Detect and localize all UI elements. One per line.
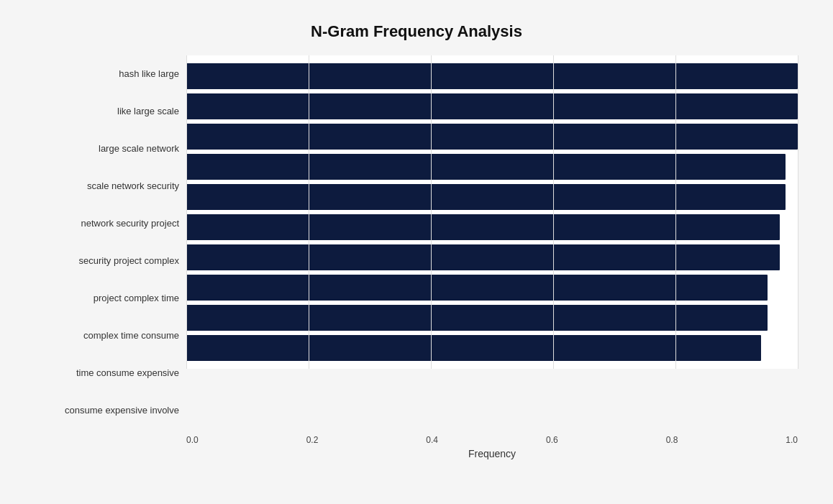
bar-row-4	[186, 182, 798, 212]
y-label-6: project complex time	[94, 293, 179, 304]
x-tick-1: 0.2	[306, 435, 319, 445]
bar-row-6	[186, 242, 798, 272]
y-label-2: large scale network	[99, 143, 179, 155]
bar-0	[186, 63, 798, 89]
y-label-9: consume expensive involve	[65, 405, 179, 416]
y-label-0: hash like large	[119, 68, 179, 80]
bar-8	[186, 305, 768, 331]
bar-7	[186, 275, 768, 301]
x-axis-label: Frequency	[186, 448, 798, 459]
y-label-8: time consume expensive	[76, 367, 179, 379]
y-label-7: complex time consume	[83, 330, 179, 342]
x-axis-area: 0.0 0.2 0.4 0.6 0.8 1.0 Frequency	[186, 432, 798, 459]
bar-row-9	[186, 333, 798, 363]
bar-row-0	[186, 61, 798, 91]
bar-row-7	[186, 272, 798, 303]
bar-row-5	[186, 212, 798, 242]
bar-3	[186, 154, 786, 180]
bar-4	[186, 184, 786, 210]
bar-row-1	[186, 91, 798, 122]
x-tick-2: 0.4	[426, 435, 438, 445]
y-label-3: scale network security	[87, 180, 179, 192]
bar-2	[186, 124, 798, 150]
grid-line	[798, 55, 798, 369]
y-label-1: like large scale	[117, 106, 179, 117]
bar-6	[186, 244, 780, 270]
plot-area	[186, 55, 798, 369]
x-tick-0: 0.0	[186, 435, 199, 445]
y-label-4: network security project	[81, 218, 179, 229]
bar-row-2	[186, 122, 798, 152]
bar-5	[186, 214, 780, 240]
chart-container: N-Gram Frequency Analysis hash like larg…	[21, 8, 812, 497]
x-tick-4: 0.8	[666, 435, 678, 445]
bar-row-8	[186, 303, 798, 333]
bar-1	[186, 93, 798, 119]
x-tick-5: 1.0	[786, 435, 798, 445]
x-tick-3: 0.6	[546, 435, 558, 445]
y-axis-labels: hash like largelike large scalelarge sca…	[35, 55, 186, 429]
bar-row-3	[186, 152, 798, 182]
bar-9	[186, 335, 761, 361]
y-label-5: security project complex	[79, 255, 179, 267]
chart-title: N-Gram Frequency Analysis	[35, 22, 798, 41]
chart-area: hash like largelike large scalelarge sca…	[35, 55, 798, 429]
